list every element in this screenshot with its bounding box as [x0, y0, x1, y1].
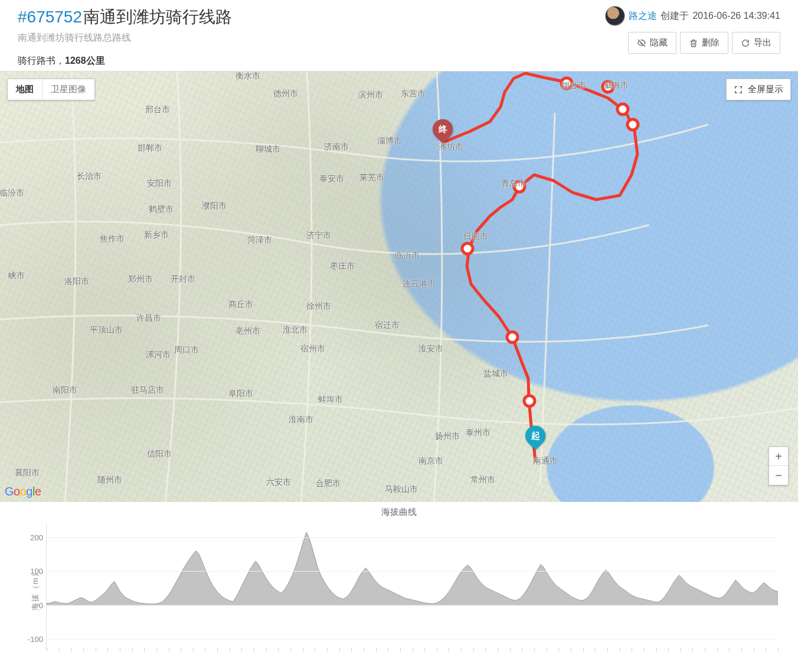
city-label: 安阳市 [147, 178, 172, 189]
city-label: 淮南市 [289, 415, 313, 425]
city-label: 阜阳市 [228, 389, 253, 399]
y-tick: 100 [23, 567, 43, 576]
city-label: 莱芜市 [359, 172, 384, 183]
export-icon [741, 38, 750, 48]
city-label: 商丘市 [228, 299, 253, 310]
elevation-section: 海拔曲线 海拔（m） -1000100200 [0, 502, 798, 663]
y-tick: 200 [23, 533, 43, 541]
waypoint-marker[interactable] [617, 104, 628, 115]
zoom-out-button[interactable]: − [769, 466, 788, 485]
city-label: 濮阳市 [202, 201, 227, 211]
export-button[interactable]: 导出 [732, 32, 780, 54]
city-label: 淮北市 [283, 325, 308, 335]
elevation-area [47, 532, 778, 605]
city-label: 南京市 [418, 456, 443, 467]
city-label: 驻马店市 [131, 385, 164, 396]
fullscreen-button[interactable]: 全屏显示 [726, 79, 791, 100]
city-label: 六安市 [266, 477, 291, 488]
start-pin[interactable]: 起 [525, 426, 545, 446]
city-label: 鹤壁市 [149, 204, 174, 215]
page-title: 南通到潍坊骑行线路 [83, 6, 232, 28]
end-pin[interactable]: 终 [433, 119, 453, 139]
city-label: 随州市 [97, 475, 122, 485]
waypoint-marker[interactable] [462, 243, 473, 254]
title-row: #675752 南通到潍坊骑行线路 [18, 6, 605, 28]
city-label: 平顶山市 [90, 325, 123, 335]
city-label: 马鞍山市 [385, 484, 418, 495]
city-label: 济南市 [324, 142, 349, 152]
map-type-satellite[interactable]: 卫星图像 [42, 79, 94, 100]
city-label: 连云港市 [403, 279, 436, 289]
city-label: 合肥市 [316, 478, 341, 489]
waypoint-marker[interactable] [627, 119, 638, 130]
created-timestamp: 2016-06-26 14:39:41 [692, 11, 780, 21]
city-label: 襄阳市 [15, 468, 40, 478]
city-label: 徐州市 [306, 301, 331, 312]
city-label: 长治市 [77, 171, 102, 182]
city-label: 济宁市 [306, 230, 331, 241]
city-label: 焦作市 [100, 234, 125, 244]
city-label: 许昌市 [136, 313, 161, 324]
waypoint-marker[interactable] [524, 396, 535, 406]
elevation-chart[interactable]: -1000100200 [46, 524, 778, 649]
fullscreen-icon [734, 85, 743, 94]
creator-link[interactable]: 路之途 [629, 10, 657, 22]
city-label: 常州市 [470, 475, 495, 485]
route-summary: 骑行路书，1268公里 [18, 55, 605, 67]
city-label: 邯郸市 [138, 143, 162, 154]
city-label: 邢台市 [145, 105, 170, 115]
city-label: 周口市 [174, 345, 199, 355]
zoom-control: + − [768, 446, 789, 485]
city-label: 聊城市 [256, 144, 280, 155]
city-label: 日照市 [463, 231, 488, 242]
hide-button[interactable]: 隐藏 [628, 32, 676, 54]
map-canvas[interactable]: 起 终 地图 卫星图像 全屏显示 + − Google 衡水市德州市滨州市东营市… [0, 71, 798, 502]
city-label: 淄博市 [377, 136, 402, 146]
y-tick: 0 [23, 601, 43, 609]
city-label: 东营市 [401, 89, 426, 99]
city-label: 烟台市 [561, 80, 586, 91]
city-label: 峡市 [8, 270, 25, 281]
city-label: 滨州市 [358, 90, 383, 100]
page-subtitle: 南通到潍坊骑行线路总路线 [18, 32, 605, 44]
city-label: 德州市 [273, 89, 298, 99]
city-label: 南通市 [533, 456, 558, 467]
city-label: 威海市 [604, 80, 629, 91]
city-label: 宿州市 [300, 344, 325, 354]
city-label: 枣庄市 [330, 261, 355, 272]
city-label: 青岛市 [501, 178, 526, 189]
city-label: 临沂市 [395, 250, 420, 261]
city-label: 漯河市 [146, 350, 171, 360]
eye-off-icon [637, 38, 646, 48]
city-label: 潍坊市 [439, 142, 463, 152]
city-label: 郑州市 [128, 274, 153, 285]
route-distance: 1268公里 [65, 56, 105, 66]
city-label: 新乡市 [144, 230, 169, 240]
route-id-link[interactable]: #675752 [18, 8, 82, 27]
city-label: 衡水市 [236, 71, 260, 81]
action-bar: 隐藏 删除 导出 [628, 32, 780, 54]
city-label: 盐城市 [483, 368, 508, 379]
city-label: 洛阳市 [64, 276, 89, 287]
city-label: 泰安市 [319, 174, 344, 184]
city-label: 宿迁市 [375, 320, 400, 331]
trash-icon [689, 38, 698, 48]
city-label: 南阳市 [53, 385, 77, 396]
google-logo: Google [5, 485, 41, 498]
city-label: 开封市 [171, 274, 195, 285]
y-tick: -100 [23, 634, 43, 643]
page-header: #675752 南通到潍坊骑行线路 南通到潍坊骑行线路总路线 骑行路书，1268… [0, 0, 798, 71]
city-label: 泰州市 [466, 428, 490, 438]
city-label: 淮安市 [418, 344, 443, 354]
zoom-in-button[interactable]: + [769, 447, 788, 466]
city-label: 菏泽市 [247, 235, 272, 246]
city-label: 扬州市 [435, 431, 460, 442]
delete-button[interactable]: 删除 [680, 32, 728, 54]
city-label: 蚌埠市 [318, 394, 343, 405]
map-type-map[interactable]: 地图 [8, 79, 42, 100]
creator-row: 路之途 创建于 2016-06-26 14:39:41 [605, 6, 780, 26]
avatar[interactable] [605, 6, 625, 26]
map-type-switch: 地图 卫星图像 [7, 79, 95, 100]
city-label: 亳州市 [236, 326, 260, 337]
waypoint-marker[interactable] [507, 332, 518, 342]
